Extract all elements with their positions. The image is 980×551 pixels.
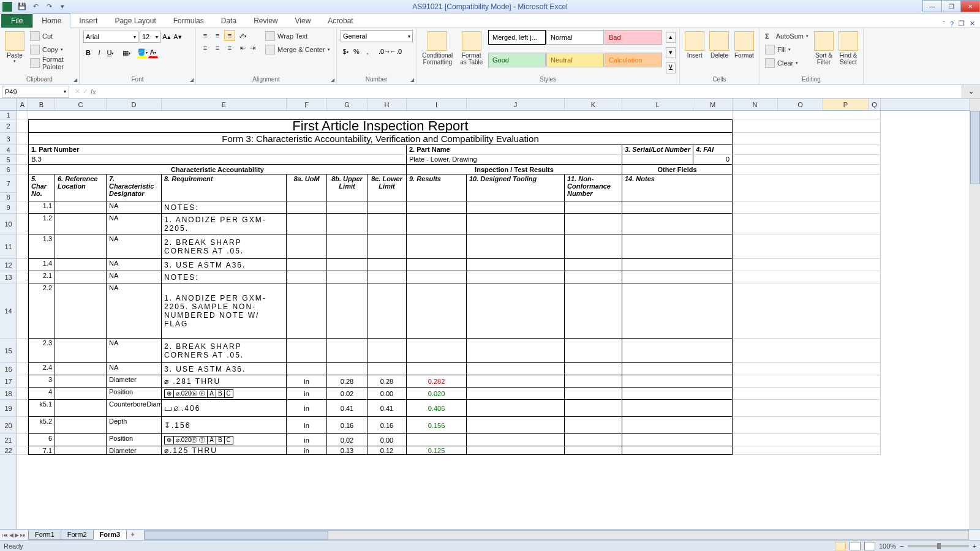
col-tooling[interactable]: 10. Designed Tooling — [467, 174, 565, 201]
section-other[interactable]: Other Fields — [622, 165, 733, 174]
data-notes[interactable] — [622, 375, 733, 388]
header-serial-lot[interactable]: 3. Serial/Lot Number — [622, 145, 693, 155]
cell[interactable] — [17, 363, 28, 375]
underline-button[interactable]: U▾ — [105, 47, 115, 58]
data-designator[interactable]: Position — [107, 434, 162, 446]
data-uom[interactable]: in — [287, 375, 327, 388]
row-header[interactable]: 17 — [0, 375, 17, 388]
column-header[interactable]: Q — [869, 99, 881, 110]
data-requirement[interactable]: 3. USE ASTM A36. — [162, 363, 287, 375]
data-requirement[interactable]: 2. BREAK SHARP CORNERS AT .05. — [162, 339, 287, 363]
column-header[interactable]: P — [823, 99, 869, 110]
data-uom[interactable]: in — [287, 400, 327, 417]
column-header[interactable]: C — [55, 99, 107, 110]
data-lower[interactable] — [368, 201, 407, 214]
data-char-no[interactable]: 1.2 — [28, 214, 55, 234]
data-lower[interactable]: 0.16 — [368, 417, 407, 434]
tab-acrobat[interactable]: Acrobat — [319, 14, 361, 28]
select-all-corner[interactable] — [0, 99, 17, 111]
data-tooling[interactable] — [467, 339, 565, 363]
tab-data[interactable]: Data — [213, 14, 245, 28]
normal-view-button[interactable] — [835, 542, 846, 550]
cell[interactable] — [733, 375, 881, 388]
tab-nav-last[interactable]: ⏭ — [20, 532, 26, 538]
data-upper[interactable] — [327, 259, 368, 271]
form-subtitle[interactable]: Form 3: Characteristic Accountability, V… — [28, 133, 733, 145]
data-nonconf[interactable] — [565, 271, 622, 283]
cell[interactable] — [17, 234, 28, 259]
data-tooling[interactable] — [467, 259, 565, 271]
value-fai-report[interactable]: 0 — [693, 155, 733, 165]
data-char-no[interactable]: 2.1 — [28, 271, 55, 283]
cell[interactable] — [733, 259, 881, 271]
cut-button[interactable]: Cut — [28, 30, 75, 42]
data-lower[interactable] — [368, 363, 407, 375]
data-lower[interactable]: 0.00 — [368, 434, 407, 446]
data-designator[interactable]: NA — [107, 339, 162, 363]
row-header[interactable]: 18 — [0, 388, 17, 400]
data-notes[interactable] — [622, 234, 733, 259]
data-upper[interactable]: 0.28 — [327, 375, 368, 388]
data-notes[interactable] — [622, 201, 733, 214]
header-part-number[interactable]: 1. Part Number — [28, 145, 407, 155]
comma-button[interactable]: , — [363, 46, 372, 57]
sort-filter-button[interactable]: Sort & Filter — [813, 30, 835, 75]
window-close-icon[interactable]: ✕ — [970, 20, 975, 28]
cell[interactable] — [17, 271, 28, 283]
style-cell[interactable]: Bad — [605, 30, 662, 45]
data-lower[interactable]: 0.28 — [368, 375, 407, 388]
data-nonconf[interactable] — [565, 339, 622, 363]
data-lower[interactable] — [368, 259, 407, 271]
cell[interactable] — [733, 214, 881, 234]
data-char-no[interactable]: 2.2 — [28, 283, 55, 339]
data-lower[interactable] — [368, 283, 407, 339]
data-results[interactable] — [407, 214, 467, 234]
section-inspection[interactable]: Inspection / Test Results — [407, 165, 622, 174]
tab-nav-first[interactable]: ⏮ — [2, 532, 8, 538]
vertical-scrollbar[interactable] — [970, 99, 980, 529]
data-uom[interactable]: in — [287, 446, 327, 455]
header-fai-report[interactable]: 4. FAI Report — [693, 145, 733, 155]
data-requirement[interactable]: 1. ANODIZE PER GXM-2205. — [162, 214, 287, 234]
cell[interactable] — [28, 111, 733, 119]
col-char-des[interactable]: 7. Characteristic Designator — [107, 174, 162, 201]
data-lower[interactable] — [368, 339, 407, 363]
cell[interactable] — [17, 283, 28, 339]
data-tooling[interactable] — [467, 434, 565, 446]
orientation-button[interactable]: ⤢▾ — [238, 30, 247, 41]
col-lower[interactable]: 8c. Lower Limit — [368, 174, 407, 201]
tab-nav-next[interactable]: ▶ — [15, 532, 19, 538]
row-header[interactable]: 21 — [0, 434, 17, 446]
data-lower[interactable]: 0.00 — [368, 388, 407, 400]
data-requirement[interactable]: ⌀ .281 THRU — [162, 375, 287, 388]
cancel-icon[interactable]: ✕ — [75, 88, 80, 96]
cell[interactable] — [17, 417, 28, 434]
decrease-decimal[interactable]: ←.0 — [391, 46, 401, 57]
data-upper[interactable] — [327, 214, 368, 234]
window-restore-icon[interactable]: ❐ — [959, 20, 965, 28]
data-notes[interactable] — [622, 271, 733, 283]
cell[interactable] — [17, 434, 28, 446]
zoom-out-button[interactable]: − — [900, 542, 903, 550]
data-notes[interactable] — [622, 283, 733, 339]
data-uom[interactable] — [287, 363, 327, 375]
data-notes[interactable] — [622, 339, 733, 363]
undo-icon[interactable]: ↶ — [30, 1, 41, 12]
name-box[interactable]: P49▾ — [2, 86, 69, 98]
font-size-dropdown[interactable]: 12▾ — [140, 31, 160, 43]
clear-button[interactable]: Clear▾ — [763, 57, 810, 69]
data-lower[interactable] — [368, 271, 407, 283]
row-header[interactable]: 4 — [0, 145, 17, 155]
cell[interactable] — [17, 174, 28, 201]
data-uom[interactable] — [287, 201, 327, 214]
data-results[interactable]: 0.282 — [407, 375, 467, 388]
cell[interactable] — [17, 165, 28, 174]
data-requirement[interactable]: 3. USE ASTM A36. — [162, 259, 287, 271]
data-requirement[interactable]: ⌴⌀.406 — [162, 400, 287, 417]
cell[interactable] — [733, 111, 881, 119]
form-title[interactable]: First Article Inspection Report — [28, 119, 733, 133]
data-ref-loc[interactable] — [55, 339, 107, 363]
sheet-tab[interactable]: Form2 — [61, 530, 94, 540]
border-button[interactable]: ▦▾ — [121, 47, 131, 58]
data-uom[interactable] — [287, 259, 327, 271]
